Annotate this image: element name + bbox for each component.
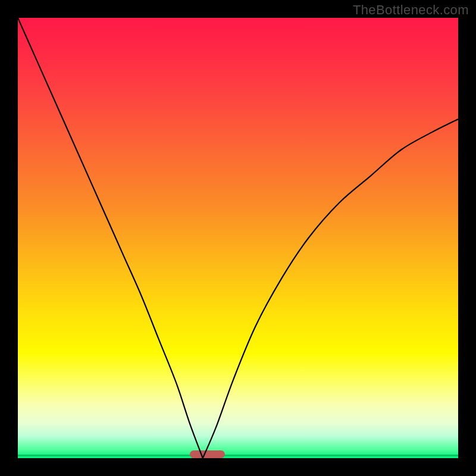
watermark-text: TheBottleneck.com — [353, 2, 469, 18]
curve-right-branch — [203, 119, 458, 458]
curve-layer — [18, 18, 458, 458]
plot-area — [18, 18, 458, 458]
curve-left-branch — [18, 18, 203, 458]
chart-frame: TheBottleneck.com — [0, 0, 476, 476]
